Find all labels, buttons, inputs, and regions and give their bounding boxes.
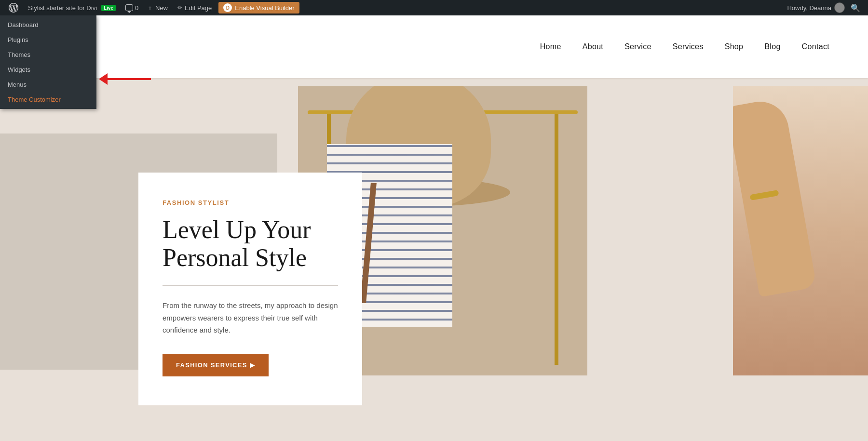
- nav-item-services[interactable]: Services: [673, 42, 704, 51]
- arrow-line: [108, 78, 151, 80]
- arm-shape: [733, 97, 817, 297]
- site-name-text: Stylist starter site for Divi: [28, 4, 97, 12]
- hero-card: FASHION STYLIST Level Up Your Personal S…: [138, 173, 362, 405]
- edit-page-label: Edit Page: [185, 4, 212, 12]
- enable-visual-builder-btn[interactable]: D Enable Visual Builder: [218, 2, 299, 13]
- fashion-services-cta[interactable]: FASHION SERVICES ▶: [163, 354, 269, 376]
- main-content: FASHION STYLIST Level Up Your Personal S…: [0, 78, 868, 441]
- edit-page-item[interactable]: ✏ Edit Page: [173, 0, 217, 15]
- menu-item-plugins[interactable]: Plugins: [0, 32, 96, 47]
- new-label: New: [155, 4, 168, 12]
- site-header: D Home About Service Services Shop Blog …: [0, 15, 868, 78]
- rack-pole-right: [555, 114, 558, 365]
- new-plus-icon: +: [148, 4, 152, 12]
- arrow-indicator: [99, 73, 151, 85]
- menu-item-theme-customizer[interactable]: Theme Customizer: [0, 92, 96, 107]
- comment-count-text: 0: [135, 4, 138, 12]
- nav-item-home[interactable]: Home: [540, 42, 561, 51]
- wp-logo-item[interactable]: [4, 0, 23, 15]
- card-divider: [163, 285, 338, 286]
- nav-item-contact[interactable]: Contact: [802, 42, 829, 51]
- nav-item-blog[interactable]: Blog: [764, 42, 780, 51]
- nav-item-service[interactable]: Service: [624, 42, 651, 51]
- new-item[interactable]: + New: [143, 0, 173, 15]
- divi-d-logo: D: [223, 3, 232, 12]
- dropdown-menu: Dashboard Plugins Themes Widgets Menus T…: [0, 15, 96, 109]
- main-nav: Home About Service Services Shop Blog Co…: [540, 42, 829, 51]
- admin-bar: Stylist starter site for Divi Live 0 + N…: [0, 0, 868, 15]
- enable-visual-builder-label: Enable Visual Builder: [235, 4, 294, 12]
- menu-item-menus[interactable]: Menus: [0, 77, 96, 92]
- howdy-item[interactable]: Howdy, Deanna: [787, 2, 845, 13]
- howdy-text: Howdy, Deanna: [787, 4, 831, 12]
- hero-heading: Level Up Your Personal Style: [163, 216, 338, 272]
- menu-item-dashboard[interactable]: Dashboard: [0, 17, 96, 32]
- hero-body-text: From the runway to the streets, my appro…: [163, 299, 338, 336]
- comments-item[interactable]: 0: [121, 0, 143, 15]
- hero-eyebrow: FASHION STYLIST: [163, 199, 338, 206]
- nav-item-shop[interactable]: Shop: [725, 42, 744, 51]
- comment-bubble-icon: [125, 4, 133, 11]
- user-avatar: [834, 2, 845, 13]
- live-badge: Live: [101, 5, 116, 11]
- arrow-head: [99, 73, 108, 85]
- menu-item-widgets[interactable]: Widgets: [0, 62, 96, 77]
- hero-image-person: [733, 86, 868, 375]
- nav-item-about[interactable]: About: [583, 42, 603, 51]
- search-icon[interactable]: 🔍: [847, 3, 864, 13]
- menu-item-themes[interactable]: Themes: [0, 47, 96, 62]
- edit-pencil-icon: ✏: [177, 4, 182, 11]
- site-name-item[interactable]: Stylist starter site for Divi Live: [23, 0, 121, 15]
